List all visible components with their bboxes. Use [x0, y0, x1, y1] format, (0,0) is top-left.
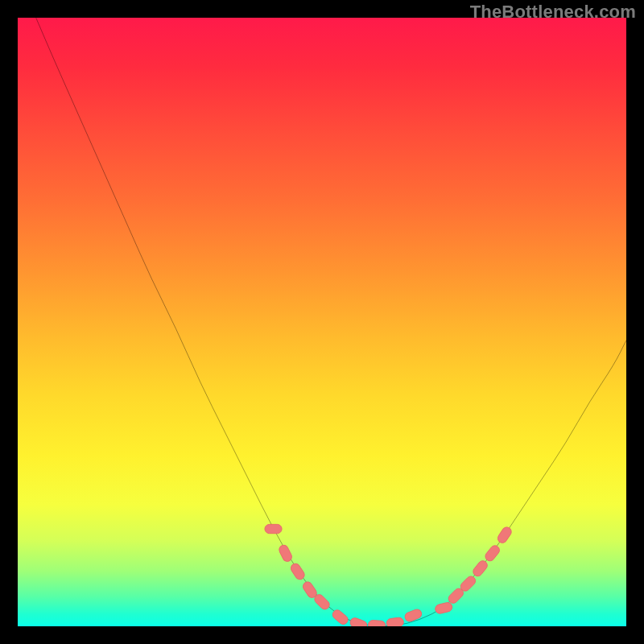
curve-marker — [496, 526, 513, 545]
curve-marker — [403, 608, 423, 622]
curve-marker — [484, 543, 502, 563]
plot-area — [18, 18, 626, 626]
marker-layer — [265, 524, 513, 626]
curve-marker — [435, 601, 453, 614]
curve-marker — [368, 620, 386, 626]
curve-svg — [18, 18, 626, 626]
curve-marker — [278, 543, 294, 563]
watermark-text: TheBottleneck.com — [470, 2, 636, 23]
curve-marker — [265, 524, 282, 533]
curve-layer — [36, 18, 626, 626]
bottleneck-curve — [36, 18, 626, 626]
curve-marker — [386, 617, 403, 626]
curve-marker — [331, 609, 350, 626]
chart-frame: TheBottleneck.com — [0, 0, 644, 644]
curve-marker — [349, 617, 368, 626]
curve-marker — [472, 559, 489, 578]
curve-marker — [289, 562, 306, 581]
